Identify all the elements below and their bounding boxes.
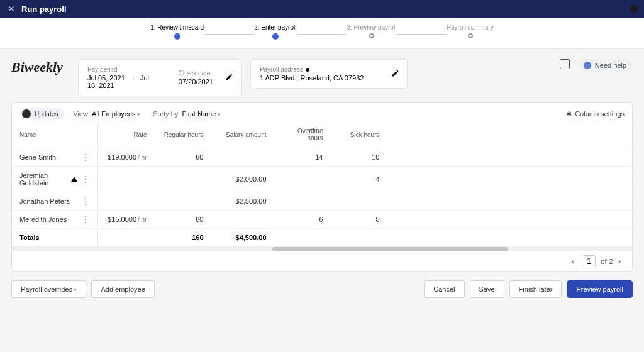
employee-name: Jonathan Peters <box>19 197 70 205</box>
sort-select[interactable]: First Name <box>182 110 220 118</box>
column-settings-label: Column settings <box>575 110 625 118</box>
save-button[interactable]: Save <box>470 280 504 298</box>
cell-regular[interactable] <box>155 192 211 211</box>
cell-regular[interactable] <box>155 167 211 192</box>
header-row: Biweekly Pay period Jul 05, 2021 → Jul 1… <box>0 49 644 102</box>
payroll-address-card: Payroll address 1 ADP Blvd., Roseland, C… <box>250 59 408 89</box>
cell-sick[interactable]: 10 <box>331 148 387 167</box>
cell-regular[interactable]: 80 <box>155 148 211 167</box>
row-menu-button[interactable]: ⋮ <box>81 198 90 204</box>
view-select[interactable]: All Employees <box>92 110 140 118</box>
step-circle-filled-icon <box>174 33 180 40</box>
check-date-label: Check date <box>179 70 213 77</box>
table-row[interactable]: Meredith Jones ⋮ $15.0000/ hr 80 6 8 <box>12 211 632 229</box>
cell-rate[interactable]: $19.0000/ hr <box>98 148 155 167</box>
panel-toolbar: Updates View All Employees Sorty by Firs… <box>12 103 632 121</box>
cell-salary[interactable] <box>211 211 274 229</box>
cell-overtime[interactable] <box>274 192 331 211</box>
step-circle-open-icon <box>369 33 374 38</box>
table-row[interactable]: Gene Smith ⋮ $19.0000/ hr 80 14 10 <box>12 148 632 167</box>
step-review-timecard[interactable]: 1. Review timecard <box>150 24 204 40</box>
pay-period-card: Pay period Jul 05, 2021 → Jul 18, 2021 C… <box>78 59 242 96</box>
cell-rate[interactable] <box>98 192 155 211</box>
col-salary[interactable]: Salary amount <box>211 121 274 148</box>
sort-label: Sorty by <box>153 110 178 118</box>
col-rate[interactable]: Rate <box>98 121 155 148</box>
cell-sick[interactable]: 8 <box>331 211 387 229</box>
payroll-address-value: 1 ADP Blvd., Roseland, CA 07932 <box>260 74 364 82</box>
col-sick[interactable]: Sick hours <box>331 121 387 148</box>
cell-overtime[interactable] <box>274 167 331 192</box>
finish-later-button[interactable]: Finish later <box>509 280 562 298</box>
page-title: Biweekly <box>11 59 63 75</box>
avatar-dot[interactable] <box>630 5 638 13</box>
table-row[interactable]: Jeremiah Goldstein ⋮ $2,000.00 4 <box>12 167 632 192</box>
totals-row: Totals 160 $4,500.00 <box>12 229 632 247</box>
cell-salary[interactable]: $2,000.00 <box>211 167 274 192</box>
close-icon[interactable]: ✕ <box>8 4 15 14</box>
app-title: Run payroll <box>21 4 67 14</box>
column-settings-button[interactable]: ✱ Column settings <box>566 110 625 118</box>
col-regular[interactable]: Regular hours <box>155 121 211 148</box>
totals-salary: $4,500.00 <box>211 229 274 247</box>
stepper: 1. Review timecard 2. Enter payroll 3. P… <box>0 18 644 49</box>
add-employee-button[interactable]: Add employee <box>91 280 154 298</box>
col-name[interactable]: Name <box>12 121 98 148</box>
step-enter-payroll[interactable]: 2. Enter payroll <box>254 24 296 40</box>
table-row[interactable]: Jonathan Peters ⋮ $2,500.00 <box>12 192 632 211</box>
step-label: 1. Review timecard <box>150 24 204 31</box>
page-input[interactable] <box>582 255 596 267</box>
employee-name: Jeremiah Goldstein <box>19 172 71 187</box>
calendar-icon[interactable] <box>560 59 570 69</box>
edit-address-icon[interactable] <box>391 69 399 79</box>
page-next-button[interactable]: › <box>613 256 626 266</box>
arrow-right-icon: → <box>130 75 136 82</box>
cell-rate[interactable]: $15.0000/ hr <box>98 211 155 229</box>
step-label: Payroll summary <box>447 24 493 31</box>
cell-overtime[interactable]: 6 <box>274 211 331 229</box>
cell-regular[interactable]: 80 <box>155 211 211 229</box>
cell-sick[interactable] <box>331 192 387 211</box>
totals-label: Totals <box>12 229 98 247</box>
pay-period-value: Jul 05, 2021 → Jul 18, 2021 <box>87 74 160 89</box>
cell-salary[interactable] <box>211 148 274 167</box>
step-label: 2. Enter payroll <box>254 24 296 31</box>
step-label: 3. Preview payroll <box>347 24 396 31</box>
col-overtime[interactable]: Overtime hours <box>274 121 331 148</box>
cancel-button[interactable]: Cancel <box>424 280 464 298</box>
horizontal-scrollbar[interactable] <box>12 246 632 251</box>
need-help-button[interactable]: Need help <box>577 59 633 72</box>
check-date-value: 07/20/2021 <box>179 78 213 85</box>
warning-icon <box>71 177 77 182</box>
step-line <box>296 34 347 35</box>
row-menu-button[interactable]: ⋮ <box>81 154 90 160</box>
employee-name: Meredith Jones <box>19 216 67 223</box>
row-menu-button[interactable]: ⋮ <box>81 176 90 182</box>
gear-icon: ✱ <box>566 110 572 118</box>
step-circle-open-icon <box>468 33 473 38</box>
cell-sick[interactable]: 4 <box>331 167 387 192</box>
page-prev-button[interactable]: ‹ <box>567 256 579 266</box>
pager: ‹ of 2 › <box>12 251 632 271</box>
preview-payroll-button[interactable]: Preview payroll <box>567 280 633 298</box>
step-payroll-summary[interactable]: Payroll summary <box>447 24 493 38</box>
cell-overtime[interactable]: 14 <box>274 148 331 167</box>
employee-name: Gene Smith <box>19 153 56 161</box>
cell-rate[interactable] <box>98 167 155 192</box>
table-header-row: Name Rate Regular hours Salary amount Ov… <box>12 121 632 148</box>
view-label: View <box>73 110 88 118</box>
payroll-overrides-button[interactable]: Payroll overrides <box>11 280 86 298</box>
payroll-panel: Updates View All Employees Sorty by Firs… <box>11 102 633 272</box>
updates-label: Updates <box>35 111 58 118</box>
row-menu-button[interactable]: ⋮ <box>81 216 90 223</box>
edit-pay-period-icon[interactable] <box>225 73 233 83</box>
cell-salary[interactable]: $2,500.00 <box>211 192 274 211</box>
footer: Payroll overrides Add employee Cancel Sa… <box>0 272 644 307</box>
need-help-label: Need help <box>595 62 626 69</box>
step-line <box>204 34 254 35</box>
help-circle-icon <box>584 62 591 69</box>
updates-pill[interactable]: Updates <box>19 108 64 119</box>
scrollbar-thumb[interactable] <box>272 247 508 251</box>
dot-icon <box>306 68 309 72</box>
step-preview-payroll[interactable]: 3. Preview payroll <box>347 24 396 38</box>
